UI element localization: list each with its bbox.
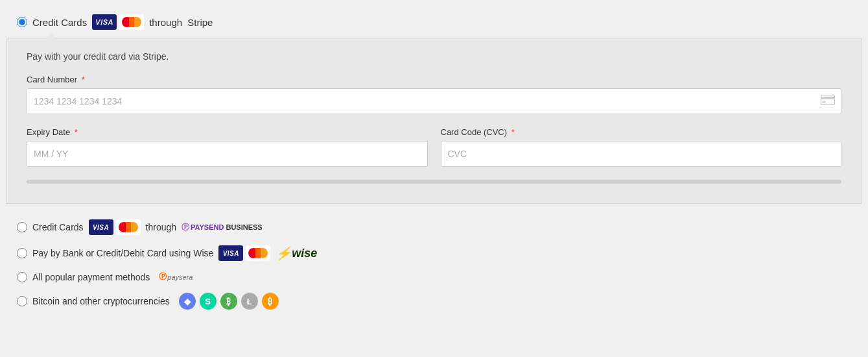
cvc-input[interactable] — [441, 141, 842, 167]
cvc-required: * — [511, 127, 515, 137]
paysend-mc-logo — [116, 219, 141, 235]
paysend-visa-logo: VISA — [89, 219, 113, 235]
paysera-label: All popular payment methods — [32, 272, 150, 282]
stripe-card-logos: VISA — [92, 14, 144, 30]
wise-radio[interactable] — [17, 248, 27, 258]
card-number-label: Card Number * — [27, 75, 841, 84]
paysera-brand-logo: Ⓟ paysera — [159, 271, 193, 282]
crypto-logos: ◆ S ₿ Ł ₿ — [179, 293, 280, 310]
selected-payment-option: Credit Cards VISA through Stripe — [6, 6, 862, 38]
mastercard-logo — [119, 14, 144, 30]
visa-logo: VISA — [92, 14, 117, 30]
paysend-option-row: Credit Cards VISA through Ⓟ PAYSEND BUSI… — [17, 214, 851, 240]
crypto-radio[interactable] — [17, 296, 27, 306]
btc-icon: ₿ — [220, 293, 237, 310]
through-stripe-label: through Stripe — [149, 17, 213, 28]
wise-option-row: Pay by Bank or Credit/Debit Card using W… — [17, 240, 851, 266]
wise-brand-logo: ⚡ wise — [276, 245, 317, 261]
bch-icon: ₿ — [262, 293, 279, 310]
wise-label: Pay by Bank or Credit/Debit Card using W… — [32, 248, 213, 258]
svg-rect-2 — [822, 101, 826, 103]
card-number-input[interactable] — [27, 88, 841, 114]
expiry-label: Expiry Date * — [27, 127, 428, 137]
wise-mc-logo — [246, 245, 270, 261]
eth-icon: ◆ — [179, 293, 196, 310]
ltc-icon: Ł — [241, 293, 258, 310]
progress-bar — [27, 180, 841, 184]
wise-visa-logo: VISA — [218, 245, 243, 261]
paysend-card-logos: VISA — [89, 219, 141, 235]
card-number-group: Card Number * — [27, 75, 841, 114]
credit-cards-stripe-radio[interactable] — [17, 17, 27, 27]
card-number-wrapper — [27, 88, 841, 114]
paysend-through-label: through — [146, 222, 176, 232]
paysera-option-row: All popular payment methods Ⓟ paysera — [17, 266, 851, 288]
cvc-label: Card Code (CVC) * — [441, 127, 842, 137]
mc-overlap — [129, 17, 134, 27]
paysend-label: Credit Cards — [32, 222, 84, 232]
payment-container: Credit Cards VISA through Stripe Pay wit… — [6, 6, 862, 315]
payment-options-list: Credit Cards VISA through Ⓟ PAYSEND BUSI… — [6, 214, 862, 315]
card-credit-icon — [821, 95, 835, 108]
credit-cards-label: Credit Cards — [32, 17, 87, 28]
svg-rect-0 — [821, 95, 835, 105]
expiry-input[interactable] — [27, 141, 428, 167]
paysend-radio[interactable] — [17, 222, 27, 232]
expiry-cvc-row: Expiry Date * Card Code (CVC) * — [27, 127, 841, 167]
card-form-area: Pay with your credit card via Stripe. Ca… — [6, 38, 862, 204]
crypto-label: Bitcoin and other cryptocurrencies — [32, 296, 170, 306]
wise-logos: VISA ⚡ wise — [218, 245, 317, 261]
expiry-col: Expiry Date * — [27, 127, 428, 167]
crypto-option-row: Bitcoin and other cryptocurrencies ◆ S ₿… — [17, 288, 851, 315]
card-form-subtitle: Pay with your credit card via Stripe. — [27, 51, 841, 62]
svg-rect-1 — [821, 97, 835, 99]
card-number-required: * — [82, 75, 85, 84]
expiry-required: * — [75, 127, 78, 137]
steem-icon: S — [200, 293, 217, 310]
paysend-brand-logo: Ⓟ PAYSEND BUSINESS — [182, 222, 263, 233]
cvc-col: Card Code (CVC) * — [441, 127, 842, 167]
paysera-radio[interactable] — [17, 272, 27, 282]
